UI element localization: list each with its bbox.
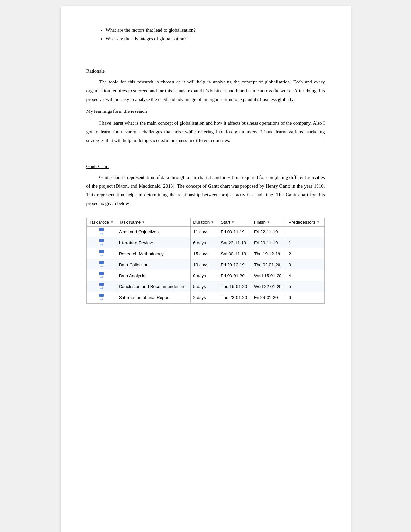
finish-cell: Wed 15-01-20: [251, 270, 286, 281]
predecessors-cell: [286, 227, 324, 237]
finish-cell: Wed 22-01-20: [251, 281, 286, 292]
task-mode-icon: ⇒: [90, 250, 113, 257]
duration-cell: 11 days: [191, 227, 218, 237]
task-mode-cell: ⇒: [87, 292, 116, 303]
duration-sort-icon[interactable]: ▼: [211, 220, 214, 224]
start-cell: Sat 23-11-19: [218, 237, 251, 248]
bullet-list: What are the factors that lead to global…: [106, 26, 325, 43]
col-header-task-mode[interactable]: Task Mode ▼: [87, 218, 116, 227]
task-mode-icon: ⇒: [90, 228, 113, 236]
task-mode-icon: ⇒: [90, 261, 113, 268]
duration-cell: 15 days: [191, 248, 218, 259]
duration-cell: 2 days: [191, 292, 218, 303]
gantt-section: Gantt Chart Gantt chart is representatio…: [86, 164, 325, 305]
task-mode-cell: ⇒: [87, 227, 116, 237]
task-name-cell: Research Methodology: [116, 248, 190, 259]
gantt-table: Task Mode ▼ Task Name ▼: [87, 218, 325, 303]
finish-cell: Thu 02-01-20: [251, 259, 286, 270]
gantt-table-wrapper: Task Mode ▼ Task Name ▼: [86, 218, 325, 304]
table-row: ⇒ Conclusion and Recommendetion5 daysThu…: [87, 281, 324, 292]
bullet-item-1: What are the factors that lead to global…: [106, 26, 325, 34]
predecessors-cell: 2: [286, 248, 324, 259]
predecessors-cell: 3: [286, 259, 324, 270]
duration-cell: 10 days: [191, 259, 218, 270]
task-mode-cell: ⇒: [87, 281, 116, 292]
start-cell: Thu 23-01-20: [218, 292, 251, 303]
start-cell: Fri 03-01-20: [218, 270, 251, 281]
col-header-predecessors[interactable]: Predecessors ▼: [286, 218, 324, 227]
task-icon-arrow: ⇒: [100, 297, 103, 301]
table-row: ⇒ Data Collection10 daysFri 20-12-19Thu …: [87, 259, 324, 270]
task-name-cell: Data Analysis: [116, 270, 190, 281]
duration-cell: 6 days: [191, 237, 218, 248]
rationale-heading: Rationale: [86, 68, 325, 74]
rationale-paragraph1: The topic for this research is chosen as…: [86, 78, 325, 104]
task-icon-box: [99, 261, 104, 264]
predecessors-sort-icon[interactable]: ▼: [317, 220, 320, 224]
task-icon-box: [99, 272, 104, 275]
duration-cell: 9 days: [191, 270, 218, 281]
start-cell: Fri 20-12-19: [218, 259, 251, 270]
finish-cell: Fri 24-01-20: [251, 292, 286, 303]
task-icon-arrow: ⇒: [100, 231, 103, 236]
task-mode-cell: ⇒: [87, 259, 116, 270]
task-mode-icon: ⇒: [90, 272, 113, 279]
predecessors-cell: 5: [286, 281, 324, 292]
start-cell: Fri 08-11-19: [218, 227, 251, 237]
task-mode-cell: ⇒: [87, 248, 116, 259]
table-row: ⇒ Aims and Objectives11 daysFri 08-11-19…: [87, 227, 324, 237]
task-icon-arrow: ⇒: [100, 275, 103, 279]
task-mode-cell: ⇒: [87, 270, 116, 281]
finish-cell: Thu 19-12-19: [251, 248, 286, 259]
finish-cell: Fri 29-11-19: [251, 237, 286, 248]
start-cell: Sat 30-11-19: [218, 248, 251, 259]
table-row: ⇒ Literature Review6 daysSat 23-11-19Fri…: [87, 237, 324, 248]
task-mode-sort-icon[interactable]: ▼: [110, 220, 113, 224]
task-icon-box: [99, 294, 104, 297]
rationale-section: Rationale The topic for this research is…: [86, 68, 325, 145]
predecessors-cell: 1: [286, 237, 324, 248]
col-header-finish[interactable]: Finish ▼: [251, 218, 286, 227]
task-icon-arrow: ⇒: [100, 264, 103, 268]
task-name-cell: Data Collection: [116, 259, 190, 270]
gantt-intro: Gantt chart is representation of data th…: [86, 173, 325, 208]
task-icon-box: [99, 228, 104, 231]
start-sort-icon[interactable]: ▼: [231, 220, 235, 224]
col-header-start[interactable]: Start ▼: [218, 218, 251, 227]
task-icon-box: [99, 283, 104, 286]
task-icon-arrow: ⇒: [100, 286, 103, 290]
start-cell: Thu 16-01-20: [218, 281, 251, 292]
task-icon-box: [99, 239, 104, 242]
bullet-item-2: What are the advantages of globalisation…: [106, 34, 325, 43]
finish-cell: Fri 22-11-19: [251, 227, 286, 237]
task-name-cell: Conclusion and Recommendetion: [116, 281, 190, 292]
page: What are the factors that lead to global…: [61, 6, 351, 532]
task-name-cell: Aims and Objectives: [116, 227, 190, 237]
task-icon-box: [99, 250, 104, 253]
predecessors-cell: 4: [286, 270, 324, 281]
task-icon-arrow: ⇒: [100, 242, 103, 247]
task-name-cell: Submission of final Report: [116, 292, 190, 303]
col-header-duration[interactable]: Duration ▼: [191, 218, 218, 227]
rationale-subheading: My learnings form the research: [86, 107, 325, 116]
gantt-heading: Gantt Chart: [86, 164, 325, 169]
rationale-paragraph2: I have learnt what is the main concept o…: [86, 119, 325, 145]
task-mode-icon: ⇒: [90, 283, 113, 290]
table-row: ⇒ Research Methodology15 daysSat 30-11-1…: [87, 248, 324, 259]
task-name-cell: Literature Review: [116, 237, 190, 248]
task-name-sort-icon[interactable]: ▼: [142, 220, 145, 224]
col-header-task-name[interactable]: Task Name ▼: [116, 218, 190, 227]
duration-cell: 5 days: [191, 281, 218, 292]
task-icon-arrow: ⇒: [100, 253, 103, 257]
table-row: ⇒ Data Analysis9 daysFri 03-01-20Wed 15-…: [87, 270, 324, 281]
task-mode-cell: ⇒: [87, 237, 116, 248]
table-row: ⇒ Submission of final Report2 daysThu 23…: [87, 292, 324, 303]
task-mode-icon: ⇒: [90, 294, 113, 301]
task-mode-icon: ⇒: [90, 239, 113, 247]
finish-sort-icon[interactable]: ▼: [267, 220, 270, 224]
predecessors-cell: 6: [286, 292, 324, 303]
